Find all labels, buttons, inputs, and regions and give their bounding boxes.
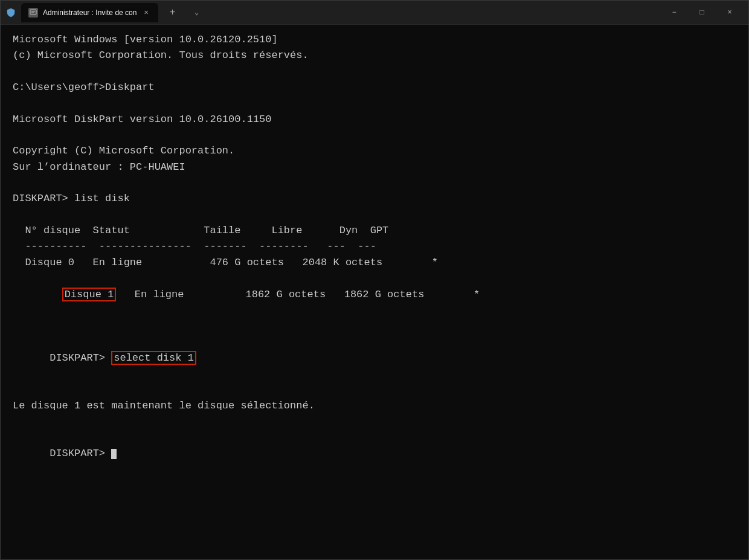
- titlebar-left: Administrateur : Invite de con ✕ + ⌄: [5, 3, 333, 22]
- tab-close-button[interactable]: ✕: [141, 7, 150, 18]
- terminal-line-3: [13, 64, 736, 80]
- table-header-line: N° disque Statut Taille Libre Dyn GPT: [13, 223, 736, 239]
- terminal-line-2: (c) Microsoft Corporation. Tous droits r…: [13, 48, 736, 63]
- window-controls: − □ ×: [660, 3, 744, 22]
- disk1-prefix: [50, 289, 62, 300]
- select-disk-highlight: select disk 1: [111, 351, 196, 365]
- terminal-line-6: Microsoft DiskPart version 10.0.26100.11…: [13, 112, 736, 127]
- diskpart-prompt-1: DISKPART>: [50, 352, 111, 364]
- disk1-suffix: En ligne 1862 G octets 1862 G octets *: [116, 289, 480, 300]
- tab-dropdown-button[interactable]: ⌄: [187, 3, 207, 22]
- terminal-list-disk-cmd: DISKPART> list disk: [13, 191, 736, 207]
- disk0-line: Disque 0 En ligne 476 G octets 2048 K oc…: [13, 255, 736, 271]
- terminal-line-4: C:\Users\geoff>Diskpart: [13, 80, 736, 95]
- terminal-line-7: [13, 127, 736, 143]
- final-prompt-line: DISKPART>: [13, 430, 736, 478]
- terminal-line-9: Sur l’ordinateur : PC-HUAWEI: [13, 159, 736, 175]
- minimize-button[interactable]: −: [660, 3, 688, 22]
- terminal-line-after-cmd: [13, 382, 736, 398]
- svg-rect-0: [30, 10, 36, 14]
- tab-title: Administrateur : Invite de con: [43, 8, 137, 17]
- select-disk-cmd-line: DISKPART> select disk 1: [13, 335, 736, 382]
- terminal-line-5: [13, 95, 736, 111]
- tab-icon: [28, 8, 38, 18]
- maximize-button[interactable]: □: [688, 3, 716, 22]
- diskpart-prompt-2: DISKPART>: [50, 448, 111, 459]
- close-button[interactable]: ×: [716, 3, 744, 22]
- terminal-line-after-table: [13, 318, 736, 334]
- cursor: [111, 449, 117, 459]
- terminal-line-10: [13, 175, 736, 191]
- terminal-line-12: [13, 207, 736, 223]
- disk1-highlight: Disque 1: [62, 288, 117, 301]
- new-tab-button[interactable]: +: [163, 3, 182, 22]
- disk1-line: Disque 1 En ligne 1862 G octets 1862 G o…: [13, 271, 736, 318]
- terminal-line-8: Copyright (C) Microsoft Corporation.: [13, 143, 736, 159]
- terminal-line-1: Microsoft Windows [version 10.0.26120.25…: [13, 32, 736, 48]
- table-divider-line: ---------- --------------- ------- -----…: [13, 239, 736, 254]
- result-line: Le disque 1 est maintenant le disque sél…: [13, 398, 736, 414]
- terminal-line-after-result: [13, 414, 736, 430]
- terminal-body[interactable]: Microsoft Windows [version 10.0.26120.25…: [1, 25, 748, 559]
- titlebar: Administrateur : Invite de con ✕ + ⌄ − □…: [1, 1, 748, 25]
- shield-icon: [5, 7, 16, 18]
- active-tab[interactable]: Administrateur : Invite de con ✕: [21, 3, 158, 22]
- terminal-window: Administrateur : Invite de con ✕ + ⌄ − □…: [0, 0, 749, 560]
